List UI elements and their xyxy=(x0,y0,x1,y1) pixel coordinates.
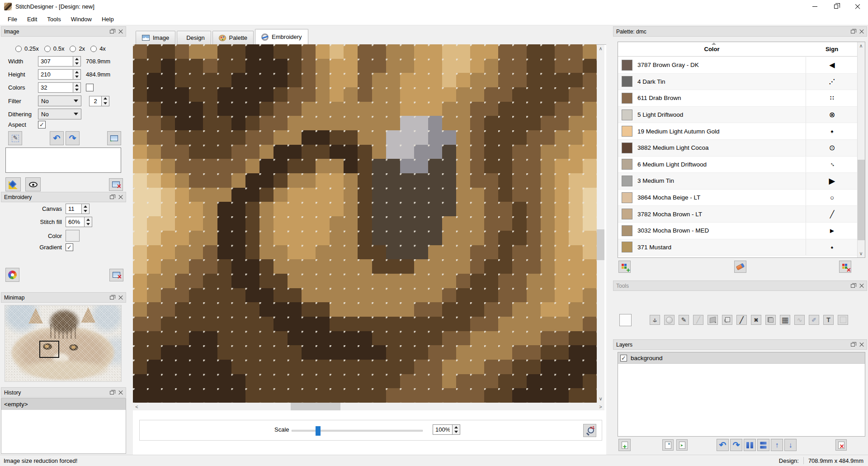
stitch-cell[interactable] xyxy=(541,44,555,59)
stitch-cell[interactable] xyxy=(484,202,498,216)
stitch-cell[interactable] xyxy=(541,345,555,360)
stitch-cell[interactable] xyxy=(245,231,259,245)
stitch-cell[interactable] xyxy=(175,102,189,116)
stitch-cell[interactable] xyxy=(259,145,274,159)
stitch-cell[interactable] xyxy=(569,145,583,159)
stitch-cell[interactable] xyxy=(189,331,203,346)
stitch-cell[interactable] xyxy=(414,173,428,188)
stitch-cell[interactable] xyxy=(372,374,386,389)
filter-param-spin-buttons[interactable] xyxy=(102,96,109,106)
palette-scroll-up[interactable]: ∧ xyxy=(857,42,865,50)
stitch-cell[interactable] xyxy=(189,231,203,245)
stitch-cell[interactable] xyxy=(274,102,288,116)
stitch-cell[interactable] xyxy=(316,388,330,403)
stitch-cell[interactable] xyxy=(442,245,456,260)
stitch-cell[interactable] xyxy=(470,302,484,317)
menu-help[interactable]: Help xyxy=(97,14,119,24)
stitch-cell[interactable] xyxy=(541,231,555,245)
stitch-cell[interactable] xyxy=(330,274,344,288)
stitch-cell[interactable] xyxy=(400,360,414,374)
stitch-cell[interactable] xyxy=(512,116,526,130)
stitch-cell[interactable] xyxy=(484,360,498,374)
stitch-cell[interactable] xyxy=(428,173,442,188)
stitch-cell[interactable] xyxy=(555,145,569,159)
stitch-cell[interactable] xyxy=(527,130,541,145)
stitch-cell[interactable] xyxy=(555,102,569,116)
stitch-cell[interactable] xyxy=(316,245,330,260)
stitch-cell[interactable] xyxy=(330,73,344,87)
stitch-cell[interactable] xyxy=(583,59,597,73)
stitch-cell[interactable] xyxy=(161,331,175,346)
stitch-cell[interactable] xyxy=(330,231,344,245)
stitch-cell[interactable] xyxy=(498,145,512,159)
stitch-cell[interactable] xyxy=(498,274,512,288)
stitch-cell[interactable] xyxy=(161,274,175,288)
stitch-cell[interactable] xyxy=(442,231,456,245)
stitch-cell[interactable] xyxy=(344,87,358,102)
stitch-cell[interactable] xyxy=(344,331,358,346)
stitch-cell[interactable] xyxy=(245,374,259,389)
stitch-cell[interactable] xyxy=(569,360,583,374)
stitch-cell[interactable] xyxy=(330,360,344,374)
stitch-cell[interactable] xyxy=(498,317,512,331)
menu-tools[interactable]: Tools xyxy=(42,14,66,24)
stitch-cell[interactable] xyxy=(217,44,231,59)
stitch-cell[interactable] xyxy=(133,73,147,87)
stitch-cell[interactable] xyxy=(414,331,428,346)
stitch-cell[interactable] xyxy=(583,259,597,274)
palette-row[interactable]: 3864 Mocha Beige - LT○ xyxy=(618,190,857,206)
stitch-cell[interactable] xyxy=(245,317,259,331)
stitch-cell[interactable] xyxy=(428,159,442,173)
stitch-cell[interactable] xyxy=(274,288,288,303)
stitch-cell[interactable] xyxy=(302,173,316,188)
stitch-cell[interactable] xyxy=(133,130,147,145)
stitch-cell[interactable] xyxy=(456,345,470,360)
stitch-cell[interactable] xyxy=(583,173,597,188)
stitch-cell[interactable] xyxy=(231,159,245,173)
minimap-viewport[interactable] xyxy=(39,341,59,358)
stitch-cell[interactable] xyxy=(358,145,372,159)
stitch-cell[interactable] xyxy=(569,73,583,87)
stitch-cell[interactable] xyxy=(330,374,344,389)
stitch-cell[interactable] xyxy=(231,202,245,216)
stitch-cell[interactable] xyxy=(555,73,569,87)
stitch-cell[interactable] xyxy=(527,116,541,130)
stitch-cell[interactable] xyxy=(274,360,288,374)
stitch-cell[interactable] xyxy=(442,173,456,188)
stitch-cell[interactable] xyxy=(259,331,274,346)
stitch-cell[interactable] xyxy=(428,87,442,102)
stitch-cell[interactable] xyxy=(400,145,414,159)
stitch-cell[interactable] xyxy=(175,44,189,59)
stitch-cell[interactable] xyxy=(259,59,274,73)
stitch-cell[interactable] xyxy=(344,231,358,245)
stitch-cell[interactable] xyxy=(569,231,583,245)
float-panel-icon[interactable] xyxy=(110,195,114,199)
stitch-cell[interactable] xyxy=(569,317,583,331)
stitch-cell[interactable] xyxy=(428,317,442,331)
stitch-cell[interactable] xyxy=(527,288,541,303)
stitch-cell[interactable] xyxy=(583,116,597,130)
stitch-cell[interactable] xyxy=(231,259,245,274)
stitch-cell[interactable] xyxy=(217,259,231,274)
float-panel-icon[interactable] xyxy=(110,296,114,300)
history-item[interactable]: <empty> xyxy=(1,399,126,410)
stitch-cell[interactable] xyxy=(203,87,217,102)
stitch-cell[interactable] xyxy=(231,102,245,116)
stitch-cell[interactable] xyxy=(316,374,330,389)
tab-embroidery[interactable]: Embroidery xyxy=(255,29,308,44)
stitch-cell[interactable] xyxy=(175,59,189,73)
stitch-cell[interactable] xyxy=(372,360,386,374)
layer-visibility-checkbox[interactable]: ✓ xyxy=(620,355,627,361)
stitch-cell[interactable] xyxy=(555,188,569,202)
stitch-cell[interactable] xyxy=(133,145,147,159)
stitch-cell[interactable] xyxy=(330,145,344,159)
stitch-cell[interactable] xyxy=(358,245,372,260)
stitch-cell[interactable] xyxy=(569,159,583,173)
stitch-cell[interactable] xyxy=(302,331,316,346)
stitch-cell[interactable] xyxy=(541,188,555,202)
stitch-cell[interactable] xyxy=(442,59,456,73)
generate-design-button[interactable] xyxy=(5,177,21,191)
stitch-cell[interactable] xyxy=(372,188,386,202)
stitch-cell[interactable] xyxy=(217,188,231,202)
stitch-cell[interactable] xyxy=(259,345,274,360)
